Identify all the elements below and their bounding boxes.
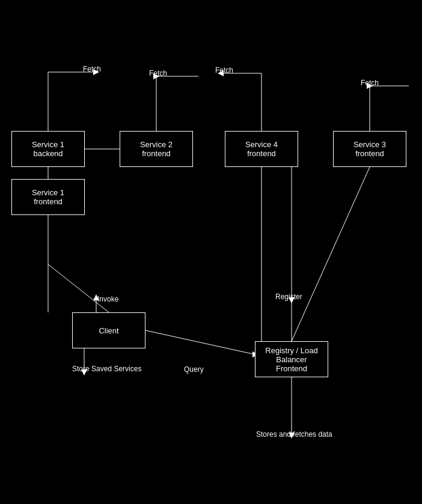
registry-lb-box: Registry / Load Balancer Frontend — [255, 341, 328, 377]
fetch2-label: Fetch — [149, 69, 167, 77]
fetch1-label: Fetch — [83, 65, 101, 73]
service2-frontend-box: Service 2 frontend — [120, 131, 193, 167]
service1-backend-box: Service 1 backend — [11, 131, 85, 167]
service1-backend-label: Service 1 backend — [17, 140, 79, 158]
svg-line-26 — [292, 167, 370, 341]
client-box: Client — [72, 312, 145, 348]
service3-frontend-label: Service 3 frontend — [338, 140, 401, 158]
registry-lb-label: Registry / Load Balancer Frontend — [260, 346, 323, 373]
svg-line-15 — [48, 264, 109, 312]
store-saved-label: Store Saved Services — [72, 365, 141, 373]
fetch4-label: Fetch — [361, 79, 379, 87]
service1-frontend-label: Service 1 frontend — [17, 188, 79, 206]
svg-line-20 — [145, 330, 255, 354]
service4-frontend-label: Service 4 frontend — [230, 140, 293, 158]
service4-frontend-box: Service 4 frontend — [225, 131, 298, 167]
query-label: Query — [184, 365, 204, 374]
service3-frontend-box: Service 3 frontend — [333, 131, 406, 167]
fetch3-label: Fetch — [215, 66, 233, 74]
client-label: Client — [99, 326, 118, 335]
stores-fetches-label: Stores and fetches data — [256, 430, 332, 439]
invoke-label: Invoke — [97, 295, 118, 303]
register-label: Register — [275, 293, 302, 301]
service2-frontend-label: Service 2 frontend — [125, 140, 188, 158]
service1-frontend-box: Service 1 frontend — [11, 179, 85, 215]
